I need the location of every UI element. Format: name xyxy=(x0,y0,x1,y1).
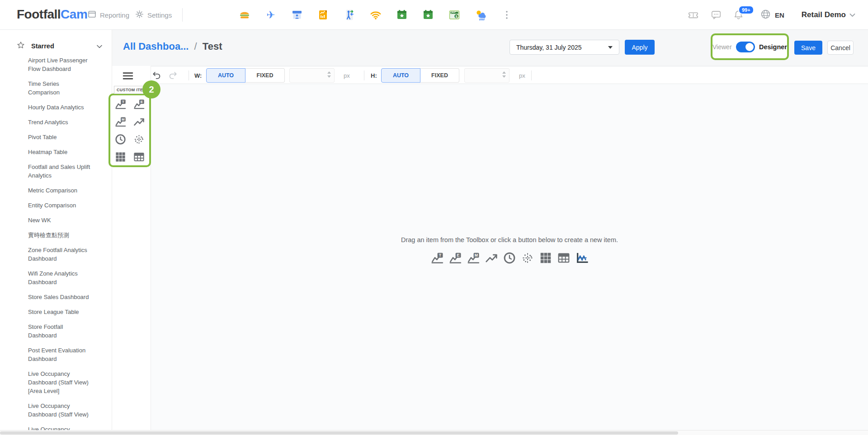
chat-icon[interactable] xyxy=(710,9,722,21)
toolbox-panel: CUSTOM ITEMS T E M 2 xyxy=(112,66,151,430)
sidebar-dashboard-item[interactable]: Heatmap Table xyxy=(28,148,90,156)
create-entity-chart-button[interactable]: E xyxy=(448,251,462,265)
wifi-icon[interactable] xyxy=(369,9,382,21)
cancel-button[interactable]: Cancel xyxy=(827,41,854,55)
height-auto-button[interactable]: AUTO xyxy=(381,68,420,83)
horizontal-scrollbar[interactable] xyxy=(0,430,868,435)
toggle-knob xyxy=(745,43,754,51)
sidebar-dashboard-item[interactable]: Zone Footfall Analytics Dashboard xyxy=(28,246,90,263)
account-menu[interactable]: Retail Demo xyxy=(802,10,855,19)
star-icon xyxy=(16,41,25,51)
ticket-icon[interactable] xyxy=(688,9,699,21)
create-trend-chart-button[interactable] xyxy=(484,251,499,265)
sidebar-dashboard-item[interactable]: Time Series Comparison xyxy=(28,80,90,97)
sidebar-dashboard-item[interactable]: Live Occupancy Dashboard (Public View) xyxy=(28,425,90,430)
width-fixed-button[interactable]: FIXED xyxy=(245,68,285,83)
airplane-icon[interactable]: ✈ xyxy=(264,9,277,21)
undo-button[interactable] xyxy=(151,70,162,81)
dashboard-canvas: Drag an item from the Toolbox or click a… xyxy=(151,84,868,430)
breadcrumb-parent-link[interactable]: All Dashboa... xyxy=(123,41,189,52)
chevron-down-icon[interactable] xyxy=(97,42,102,50)
toolbar-separator xyxy=(364,70,364,80)
notification-count-badge: 99+ xyxy=(738,5,754,14)
create-clock-widget-button[interactable] xyxy=(502,251,517,265)
save-button[interactable]: Save xyxy=(794,41,822,55)
sidebar-dashboard-item[interactable]: Pivot Table xyxy=(28,133,90,141)
entity-chart-tool[interactable]: E xyxy=(133,98,145,110)
create-time-series-chart-button[interactable]: T xyxy=(430,251,444,265)
height-px-unit: px xyxy=(519,72,525,79)
language-label: EN xyxy=(775,11,784,19)
trend-chart-tool[interactable] xyxy=(133,116,145,128)
svg-text:E: E xyxy=(141,100,143,104)
time-series-chart-tool[interactable]: T xyxy=(114,98,127,110)
grid-widget-tool[interactable] xyxy=(114,151,127,163)
create-grid-widget-button[interactable] xyxy=(538,251,553,265)
store-icon[interactable] xyxy=(291,9,303,21)
calendar-event-icon[interactable] xyxy=(396,9,408,21)
chevron-down-icon xyxy=(849,11,855,19)
nav-reporting[interactable]: Reporting xyxy=(87,0,129,30)
notifications-bell-icon[interactable]: 99+ xyxy=(733,9,745,21)
sidebar-dashboard-item[interactable]: 實時檢查點預測 xyxy=(28,231,90,239)
create-metric-chart-button[interactable]: M xyxy=(466,251,481,265)
sidebar-dashboard-item[interactable]: Footfall and Sales Uplift Analytics xyxy=(28,163,90,180)
height-px-input-wrap xyxy=(464,68,509,83)
apply-button[interactable]: Apply xyxy=(625,40,655,55)
sidebar-dashboard-item[interactable]: Live Occupancy Dashboard (Staff View) [A… xyxy=(28,370,90,395)
height-spinner-carets[interactable] xyxy=(502,71,506,78)
sidebar-dashboard-item[interactable]: Trend Analytics xyxy=(28,118,90,126)
svg-text:M: M xyxy=(475,253,478,257)
starred-section-header[interactable]: Starred xyxy=(16,41,102,51)
toolbar-separator xyxy=(189,70,189,80)
logo-text-cam: Cam xyxy=(61,7,87,21)
sidebar-dashboard-item[interactable]: Hourly Data Analytics xyxy=(28,103,90,112)
date-range-select[interactable]: Thursday, 31 July 2025 xyxy=(509,40,619,55)
width-auto-button[interactable]: AUTO xyxy=(206,68,245,83)
width-label: W: xyxy=(194,72,202,79)
height-px-input[interactable] xyxy=(465,69,496,82)
width-px-input[interactable] xyxy=(290,69,321,82)
topbar-right-controls: 99+ EN Retail Demo xyxy=(688,0,855,30)
table-widget-tool[interactable] xyxy=(133,151,145,163)
more-vertical-icon[interactable] xyxy=(500,9,513,21)
svg-text:T: T xyxy=(122,100,124,104)
sidebar-dashboard-item[interactable]: Post Event Evaluation Dashboard xyxy=(28,346,90,363)
viewer-designer-toggle[interactable] xyxy=(736,42,755,52)
burger-icon[interactable] xyxy=(238,9,251,21)
svg-text:T: T xyxy=(439,253,442,257)
sidebar-dashboard-item[interactable]: Store Sales Dashboard xyxy=(28,293,90,301)
toolbox-menu-button[interactable] xyxy=(123,70,133,81)
language-selector[interactable]: EN xyxy=(760,9,784,22)
redo-button[interactable] xyxy=(167,70,178,81)
create-axis-chart-button[interactable] xyxy=(575,251,589,265)
footfallcam-logo[interactable]: FootfallCam xyxy=(17,7,87,22)
pedestrian-flow-icon[interactable] xyxy=(343,9,356,21)
sidebar-dashboard-item[interactable]: Airport Live Passenger Flow Dashboard xyxy=(28,56,90,73)
calendar-event-icon-2[interactable] xyxy=(422,9,434,21)
create-scatter-plot-button[interactable] xyxy=(520,251,535,265)
horizontal-scrollbar-thumb[interactable] xyxy=(0,431,678,435)
sidebar-dashboard-item[interactable]: Live Occupancy Dashboard (Staff View) xyxy=(28,402,90,419)
sidebar-dashboard-item[interactable]: Store Footfall Dashboard xyxy=(28,323,90,340)
weather-icon[interactable] xyxy=(474,9,487,21)
account-name: Retail Demo xyxy=(802,10,846,19)
scatter-plot-tool[interactable] xyxy=(133,133,145,145)
width-px-input-wrap xyxy=(289,68,335,83)
sidebar-dashboard-item[interactable]: New WK xyxy=(28,216,90,225)
width-spinner-carets[interactable] xyxy=(327,71,331,78)
sidebar-dashboard-item[interactable]: Wifi Zone Analytics Dashboard xyxy=(28,269,90,286)
sidebar-dashboard-item[interactable]: Metric Comparison xyxy=(28,186,90,195)
canvas-create-buttons: T E M xyxy=(151,251,868,265)
create-table-widget-button[interactable] xyxy=(557,251,571,265)
sales-chart-icon[interactable]: $ xyxy=(448,9,461,21)
nav-settings[interactable]: Settings xyxy=(135,0,172,30)
sidebar-dashboard-item[interactable]: Store League Table xyxy=(28,308,90,316)
report-chart-icon[interactable] xyxy=(317,9,330,21)
clock-widget-tool[interactable] xyxy=(114,133,127,145)
svg-text:M: M xyxy=(122,117,125,122)
sidebar-dashboard-item[interactable]: Entity Comparison xyxy=(28,201,90,210)
metric-chart-tool[interactable]: M xyxy=(114,116,127,128)
breadcrumb: All Dashboa... / Test xyxy=(123,41,222,52)
height-fixed-button[interactable]: FIXED xyxy=(420,68,459,83)
